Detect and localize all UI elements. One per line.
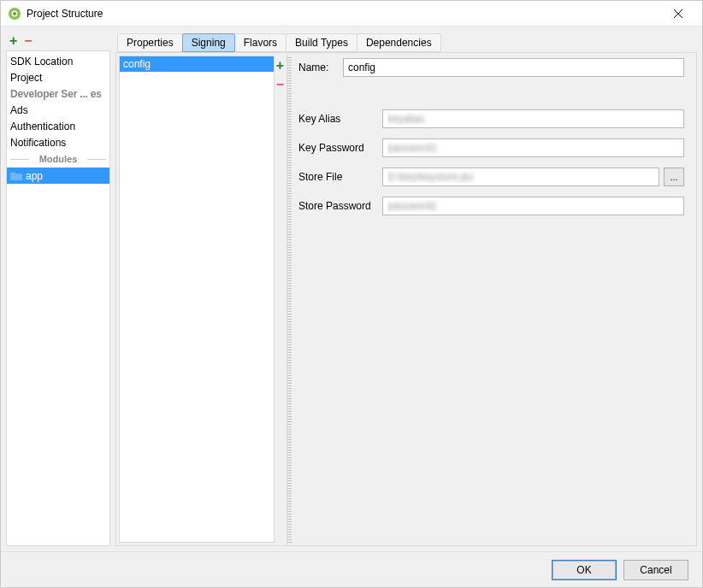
key-alias-field[interactable]: [382, 109, 684, 128]
tab-properties[interactable]: Properties: [117, 33, 183, 52]
tab-build-types[interactable]: Build Types: [286, 33, 357, 52]
sidebar-item-app[interactable]: app: [7, 168, 109, 184]
row-key-alias: Key Alias: [298, 109, 684, 128]
store-password-field[interactable]: [382, 197, 684, 215]
signing-config-item[interactable]: config: [120, 56, 274, 72]
tab-content: config + − Name: Key Alias: [115, 52, 697, 546]
sidebar: + − SDK Location Project Developer Ser .…: [6, 32, 110, 546]
sidebar-item-developer-services[interactable]: Developer Ser ... es: [7, 85, 109, 102]
close-button[interactable]: [661, 2, 695, 26]
ok-button[interactable]: OK: [552, 560, 617, 580]
module-folder-icon: [10, 171, 22, 181]
cancel-button[interactable]: Cancel: [623, 560, 688, 580]
window-title: Project Structure: [27, 8, 661, 20]
tab-dependencies[interactable]: Dependencies: [357, 33, 441, 52]
sidebar-item-project[interactable]: Project: [7, 69, 109, 85]
sidebar-item-ads[interactable]: Ads: [7, 102, 109, 118]
name-field[interactable]: [343, 58, 684, 77]
row-name: Name:: [298, 58, 684, 77]
store-file-label: Store File: [298, 171, 377, 183]
app-icon: [8, 7, 21, 21]
add-signing-config-icon[interactable]: +: [276, 59, 284, 73]
dialog-body: + − SDK Location Project Developer Ser .…: [1, 26, 702, 551]
store-file-field[interactable]: [382, 168, 659, 186]
tab-flavors[interactable]: Flavors: [234, 33, 287, 52]
sidebar-tools: + −: [6, 32, 110, 50]
signing-configs-column: config + −: [116, 53, 287, 545]
key-password-field[interactable]: [382, 138, 684, 157]
remove-signing-config-icon[interactable]: −: [276, 78, 284, 91]
signing-config-tools: + −: [276, 56, 284, 543]
project-structure-dialog: Project Structure + − SDK Location Proje…: [0, 0, 703, 588]
browse-store-file-button[interactable]: ...: [664, 168, 684, 186]
tab-row: Properties Signing Flavors Build Types D…: [115, 32, 697, 52]
remove-module-icon[interactable]: −: [24, 34, 32, 48]
name-label: Name:: [298, 62, 338, 74]
store-password-label: Store Password: [298, 200, 377, 212]
row-store-password: Store Password: [298, 197, 684, 215]
right-panel: Properties Signing Flavors Build Types D…: [115, 32, 697, 546]
dialog-footer: OK Cancel: [1, 551, 702, 587]
row-key-password: Key Password: [298, 138, 684, 157]
add-module-icon[interactable]: +: [9, 34, 17, 48]
sidebar-item-authentication[interactable]: Authentication: [7, 118, 109, 134]
sidebar-item-notifications[interactable]: Notifications: [7, 134, 109, 150]
signing-form: Name: Key Alias Key Password Store File: [292, 53, 696, 545]
signing-configs-list: config: [119, 56, 275, 543]
sidebar-item-sdk-location[interactable]: SDK Location: [7, 53, 109, 69]
sidebar-item-label: app: [26, 170, 43, 182]
titlebar: Project Structure: [1, 1, 702, 26]
svg-point-2: [13, 12, 16, 15]
tab-signing[interactable]: Signing: [182, 33, 235, 52]
sidebar-header-modules: Modules: [7, 150, 109, 168]
key-alias-label: Key Alias: [298, 113, 377, 125]
row-store-file: Store File ...: [298, 168, 684, 186]
sidebar-list: SDK Location Project Developer Ser ... e…: [6, 50, 110, 546]
key-password-label: Key Password: [298, 142, 377, 154]
